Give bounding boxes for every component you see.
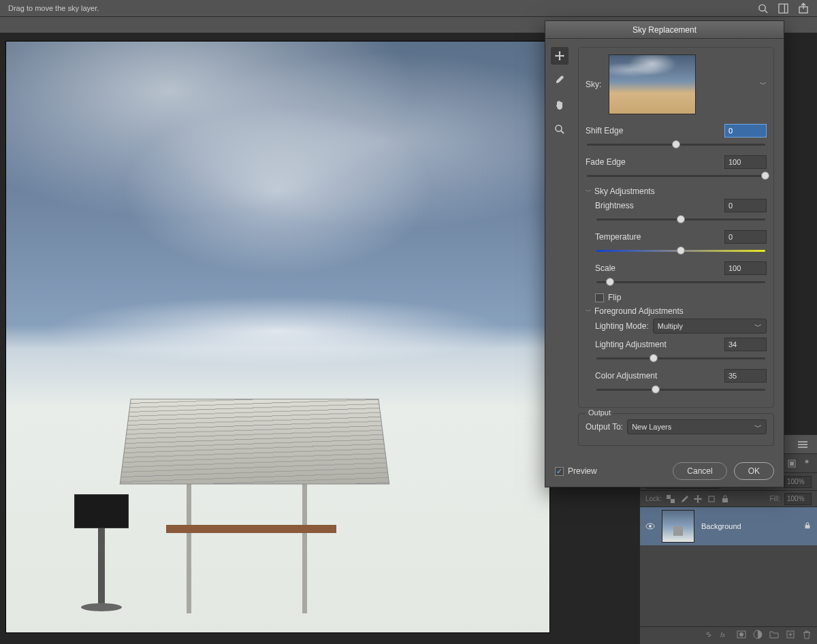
svg-point-22 xyxy=(649,525,652,528)
preview-label: Preview xyxy=(568,466,597,476)
lighting-adj-label: Lighting Adjustment xyxy=(595,340,667,349)
output-to-select[interactable]: New Layers﹀ xyxy=(627,419,767,434)
new-layer-icon[interactable] xyxy=(786,630,795,642)
layer-thumbnail[interactable] xyxy=(662,510,694,543)
delete-icon[interactable] xyxy=(802,630,812,642)
brightness-label: Brightness xyxy=(595,201,634,210)
zoom-tool-icon[interactable] xyxy=(551,120,568,138)
lighting-adj-slider[interactable] xyxy=(596,353,765,365)
filter-toggle-icon[interactable] xyxy=(802,459,812,468)
svg-point-16 xyxy=(805,460,809,463)
shift-edge-input[interactable]: 0 xyxy=(724,124,767,138)
shift-edge-slider[interactable] xyxy=(587,139,765,151)
panel-menu-icon[interactable] xyxy=(798,441,807,448)
lighting-mode-label: Lighting Mode: xyxy=(595,321,649,331)
search-icon[interactable] xyxy=(757,3,768,14)
shelter-object xyxy=(125,396,384,586)
options-bar: Drag to move the sky layer. xyxy=(0,0,817,16)
visibility-icon[interactable] xyxy=(645,521,655,531)
lighting-adj-input[interactable]: 34 xyxy=(724,338,767,351)
preview-checkbox[interactable] xyxy=(555,467,564,476)
flip-label: Flip xyxy=(608,293,621,302)
sky-label: Sky: xyxy=(586,80,603,89)
svg-line-6 xyxy=(561,131,564,133)
sky-preset-dropdown-icon[interactable]: ﹀ xyxy=(760,80,767,89)
canvas[interactable] xyxy=(5,41,550,633)
layers-footer: fx xyxy=(640,626,817,644)
lock-all-icon[interactable] xyxy=(720,494,730,504)
scale-input[interactable]: 100 xyxy=(724,261,767,275)
temperature-slider[interactable] xyxy=(596,245,765,257)
chevron-down-icon: ﹀ xyxy=(754,422,762,432)
horizon-clouds xyxy=(6,290,549,373)
color-adj-slider[interactable] xyxy=(596,384,765,396)
temperature-input[interactable]: 0 xyxy=(724,230,767,244)
sky-clouds xyxy=(6,42,549,290)
mask-icon[interactable] xyxy=(737,630,746,642)
scale-slider[interactable] xyxy=(596,276,765,289)
lock-pixels-icon[interactable] xyxy=(679,494,689,504)
scale-label: Scale xyxy=(595,263,615,273)
sky-replacement-dialog: Sky Replacement Sky: ﹀ Shift Edge0 Fade … xyxy=(545,20,784,487)
hint-text: Drag to move the sky layer. xyxy=(8,4,99,12)
brightness-input[interactable]: 0 xyxy=(724,199,767,212)
output-to-label: Output To: xyxy=(586,422,623,432)
brush-tool-icon[interactable] xyxy=(551,71,568,89)
lock-icon[interactable] xyxy=(803,521,812,531)
link-icon[interactable] xyxy=(704,630,714,642)
svg-rect-2 xyxy=(778,3,787,12)
chevron-down-icon: ﹀ xyxy=(586,187,592,196)
hand-tool-icon[interactable] xyxy=(551,96,568,114)
lock-artboard-icon[interactable] xyxy=(707,494,716,504)
chevron-down-icon: ﹀ xyxy=(586,307,592,316)
chevron-down-icon: ﹀ xyxy=(754,321,762,332)
group-icon[interactable] xyxy=(769,630,779,642)
svg-line-1 xyxy=(765,10,767,13)
svg-rect-17 xyxy=(667,495,671,499)
share-icon[interactable] xyxy=(798,3,809,14)
fade-edge-label: Fade Edge xyxy=(586,157,626,167)
lock-label: Lock: xyxy=(645,495,662,502)
brightness-slider[interactable] xyxy=(596,214,765,226)
topbar-right xyxy=(757,3,809,14)
svg-point-0 xyxy=(758,4,765,10)
grill-object xyxy=(74,494,129,613)
svg-rect-23 xyxy=(805,525,810,528)
svg-point-26 xyxy=(739,632,743,637)
adjustment-layer-icon[interactable] xyxy=(753,630,763,642)
svg-rect-20 xyxy=(722,498,728,502)
cancel-button[interactable]: Cancel xyxy=(673,462,726,480)
opacity-input[interactable]: 100% xyxy=(784,476,812,488)
move-tool-icon[interactable] xyxy=(551,47,568,65)
dialog-tools xyxy=(545,39,574,455)
output-fieldset: Output Output To:New Layers﹀ xyxy=(578,413,774,446)
lighting-mode-select[interactable]: Multiply﹀ xyxy=(653,319,767,334)
layer-background[interactable]: Background xyxy=(640,507,817,545)
svg-point-5 xyxy=(556,125,562,131)
smart-filter-icon[interactable] xyxy=(787,459,797,468)
sky-adjustments-section[interactable]: ﹀Sky Adjustments xyxy=(586,187,767,196)
dialog-title[interactable]: Sky Replacement xyxy=(545,21,784,39)
fill-input[interactable]: 100% xyxy=(784,493,812,505)
ok-button[interactable]: OK xyxy=(734,462,774,480)
shift-edge-label: Shift Edge xyxy=(586,126,623,135)
fade-edge-input[interactable]: 100 xyxy=(724,155,767,169)
output-legend: Output xyxy=(586,408,613,417)
fill-label: Fill: xyxy=(769,495,780,502)
svg-rect-15 xyxy=(790,462,794,466)
fx-icon[interactable]: fx xyxy=(720,630,730,642)
svg-rect-19 xyxy=(709,496,714,502)
sky-preset-thumbnail[interactable] xyxy=(609,54,696,114)
lock-transparency-icon[interactable] xyxy=(666,494,675,504)
layer-name: Background xyxy=(701,522,741,530)
foreground-adjustments-section[interactable]: ﹀Foreground Adjustments xyxy=(586,306,767,316)
workspace-icon[interactable] xyxy=(778,3,788,14)
svg-text:fx: fx xyxy=(720,632,726,639)
color-adj-input[interactable]: 35 xyxy=(724,369,767,383)
flip-checkbox[interactable] xyxy=(595,293,604,302)
temperature-label: Temperature xyxy=(595,232,641,242)
fade-edge-slider[interactable] xyxy=(587,170,765,182)
lock-position-icon[interactable] xyxy=(693,494,703,504)
svg-rect-18 xyxy=(671,499,675,503)
color-adj-label: Color Adjustment xyxy=(595,371,657,381)
